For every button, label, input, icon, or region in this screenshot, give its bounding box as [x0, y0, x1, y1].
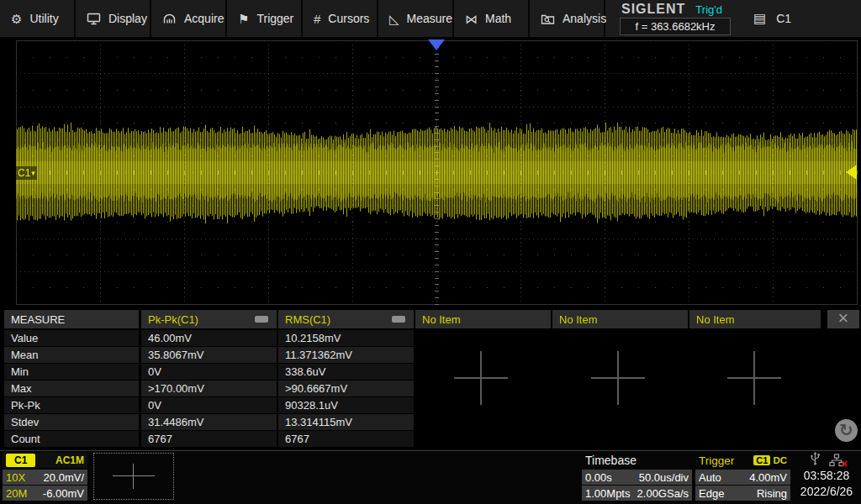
add-measure-button[interactable]: [591, 351, 645, 405]
menu-item-acquire[interactable]: Acquire: [151, 0, 227, 37]
measure-value: 31.4486mV: [141, 414, 277, 430]
measure-close-button[interactable]: ×: [827, 310, 859, 328]
menu-item-label: Utility: [29, 12, 58, 25]
timebase-scale: 50.0us/div: [639, 471, 689, 484]
trigger-title: Trigger: [699, 454, 734, 467]
measure-column-header-4[interactable]: No Item: [552, 310, 688, 328]
measure-value: 338.6uV: [278, 364, 414, 380]
menu-item-analysis[interactable]: Analysis: [530, 0, 605, 37]
channel1-offset: -6.00mV: [43, 487, 84, 500]
measure-column-label: No Item: [559, 313, 688, 326]
trigger-position-indicator[interactable]: [428, 39, 445, 50]
channel1-attenuation: 10X: [6, 471, 25, 484]
menu-item-label: Display: [108, 12, 147, 25]
plus-icon: [113, 464, 155, 489]
remove-measure-icon[interactable]: −: [255, 316, 268, 323]
measure-value: 6767: [278, 431, 414, 447]
measure-column-header-1[interactable]: Pk-Pk(C1)−: [141, 310, 277, 328]
measure-row-label: Min: [4, 364, 139, 380]
flag-icon: ⚑: [238, 13, 249, 25]
measure-value: 0V: [141, 364, 277, 380]
monitor-icon: [87, 12, 101, 25]
channel1-coupling: AC1M: [55, 454, 84, 466]
channel1-descriptor-box[interactable]: C1 AC1M 10X 20.0mV/ 20M -6.00mV: [3, 453, 87, 501]
menu-item-label: Math: [485, 12, 511, 25]
measure-column-label: No Item: [422, 313, 551, 326]
frequency-counter: f = 363.6682kHz: [620, 18, 731, 35]
clock-time[interactable]: 03:58:28: [794, 469, 859, 482]
measure-column-label: Pk-Pk(C1): [148, 313, 255, 326]
measure-value: 46.00mV: [141, 330, 277, 346]
trigger-source-badge: C1: [753, 455, 770, 465]
measure-value: 0V: [141, 397, 277, 413]
menu-item-display[interactable]: Display: [76, 0, 151, 37]
clock-date[interactable]: 2022/6/26: [794, 485, 859, 498]
measure-row-label: Max: [4, 381, 139, 396]
measure-column-header-2[interactable]: RMS(C1)−: [278, 310, 414, 328]
analysis-magnifier-icon: [541, 12, 555, 25]
channel-list-button[interactable]: ▤ C1: [747, 0, 791, 37]
channel1-bandwidth: 20M: [6, 487, 27, 500]
measure-column-label: No Item: [696, 313, 821, 326]
menu-item-label: Analysis: [563, 12, 606, 25]
measure-row-label: Value: [4, 330, 139, 346]
measure-column-header-3[interactable]: No Item: [415, 310, 551, 328]
timebase-title: Timebase: [582, 453, 692, 468]
menu-item-label: Cursors: [328, 12, 369, 25]
ruler-triangle-icon: ◺: [389, 13, 399, 25]
measure-panel-title: MEASURE: [4, 310, 139, 328]
measure-value: 35.8067mV: [141, 347, 277, 363]
trigger-type: Edge: [699, 487, 724, 500]
trigger-box[interactable]: Trigger C1 DC Auto 4.00mV Edge Rising: [695, 453, 790, 501]
trigger-slope: Rising: [757, 487, 787, 500]
oscilloscope-screen: { "menu_bar": { "items": [ {"id":"utilit…: [0, 0, 861, 504]
channel1-scale: 20.0mV/: [44, 471, 84, 484]
system-status-area: × 03:58:28 2022/6/26: [794, 451, 859, 503]
timebase-sample-rate: 2.00GSa/s: [637, 487, 689, 500]
measure-value: >90.6667mV: [278, 381, 414, 396]
menu-item-label: Acquire: [184, 12, 224, 25]
gear-icon: ⚙: [11, 13, 22, 25]
measure-panel: MEASURE Pk-Pk(C1)−RMS(C1)−No ItemNo Item…: [0, 309, 861, 449]
menu-item-trigger[interactable]: ⚑Trigger: [227, 0, 303, 37]
add-measure-button[interactable]: [727, 351, 781, 405]
bottom-status-bar: C1 AC1M 10X 20.0mV/ 20M -6.00mV Timebase…: [0, 450, 861, 504]
remove-measure-icon[interactable]: −: [392, 316, 405, 323]
siglent-logo: SIGLENT: [618, 2, 685, 17]
trigger-level: 4.00mV: [749, 471, 787, 484]
lan-icon[interactable]: ×: [829, 454, 844, 467]
timebase-box[interactable]: Timebase 0.00s 50.0us/div 1.00Mpts 2.00G…: [582, 453, 692, 501]
add-channel-button[interactable]: [93, 453, 174, 500]
channel-offset-label: C1: [18, 166, 30, 180]
usb-icon[interactable]: [810, 451, 821, 469]
brand-block: SIGLENT Trig'd f = 363.6682kHz: [618, 0, 732, 37]
offset-arrow-icon: ▾: [31, 166, 35, 180]
menu-item-math[interactable]: ⋈Math: [454, 0, 530, 37]
measure-column-header-5[interactable]: No Item: [689, 310, 821, 328]
trigger-coupling: DC: [773, 455, 787, 465]
waveform-display[interactable]: [0, 37, 861, 309]
menu-item-label: Measure: [407, 12, 452, 25]
measure-value: 10.2158mV: [278, 330, 414, 346]
channel-offset-marker[interactable]: C1 ▾: [16, 166, 37, 180]
trigger-level-indicator[interactable]: [846, 165, 857, 180]
measure-row-label: Pk-Pk: [4, 397, 139, 413]
menu-item-cursors[interactable]: #Cursors: [303, 0, 378, 37]
measure-row-label: Stdev: [4, 414, 139, 430]
measure-value: 90328.1uV: [278, 397, 414, 413]
timebase-memory-depth: 1.00Mpts: [585, 487, 630, 500]
statistics-reset-button[interactable]: ↻: [835, 419, 858, 442]
add-measure-button[interactable]: [454, 351, 508, 405]
timebase-delay: 0.00s: [585, 471, 612, 484]
cursors-grid-icon: #: [314, 13, 320, 25]
measure-value: 6767: [141, 431, 277, 447]
measure-row-label: Count: [4, 431, 139, 447]
measure-row-label: Mean: [4, 347, 139, 363]
math-bowtie-icon: ⋈: [465, 13, 478, 25]
menu-item-measure[interactable]: ◺Measure: [378, 0, 454, 37]
menu-item-utility[interactable]: ⚙Utility: [0, 0, 76, 37]
acquire-arch-icon: [162, 12, 177, 25]
measure-column-label: RMS(C1): [285, 313, 392, 326]
channel-list-label: C1: [776, 12, 791, 25]
clipboard-icon: ▤: [753, 12, 766, 25]
